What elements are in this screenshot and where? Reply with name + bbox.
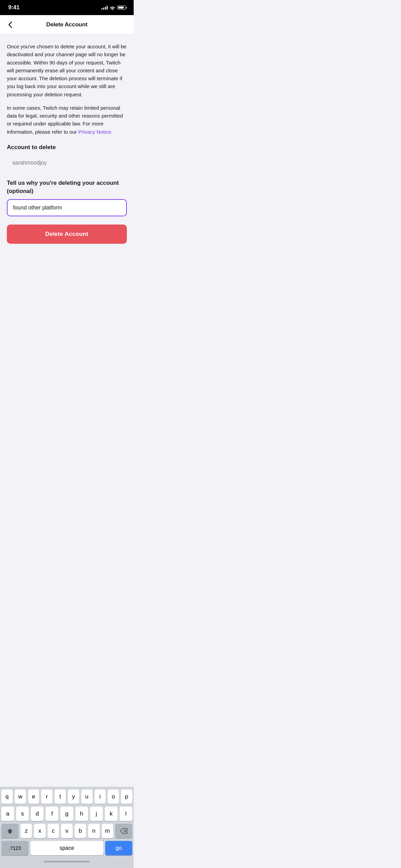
battery-icon [117,5,127,10]
scroll-content: Once you've chosen to delete your accoun… [0,34,134,259]
account-section-label: Account to delete [7,144,127,151]
status-bar: 9:41 [0,0,134,15]
wifi-icon [110,5,115,10]
account-input[interactable] [7,155,127,171]
reason-section-label: Tell us why you're deleting your account… [7,179,127,195]
description-paragraph-2: In some cases, Twitch may retain limited… [7,104,127,136]
back-button[interactable] [5,19,15,31]
status-time: 9:41 [8,4,20,11]
status-icons [101,5,127,10]
privacy-notice-link[interactable]: Privacy Notice. [78,129,112,135]
svg-point-0 [112,10,113,10]
navigation-bar: Delete Account [0,15,134,34]
page-title: Delete Account [46,21,87,28]
description-paragraph-1: Once you've chosen to delete your accoun… [7,43,127,98]
delete-account-button[interactable]: Delete Account [7,225,127,244]
signal-icon [101,5,108,10]
reason-input[interactable] [7,199,127,216]
app-container: 9:41 [0,0,134,289]
content-area: Delete Account Once you've chosen to del… [0,15,134,289]
